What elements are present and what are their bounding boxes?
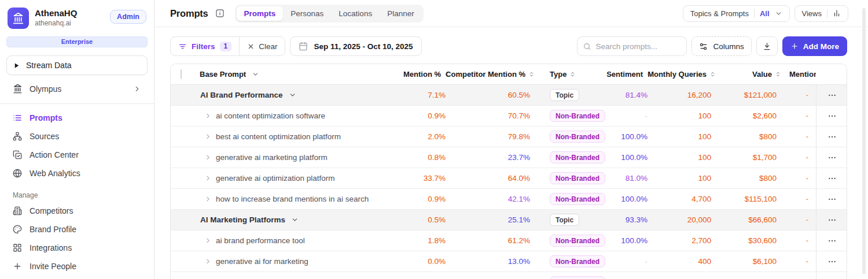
monthly-queries-value: 4,700 <box>657 195 720 203</box>
expand-row-icon[interactable] <box>200 174 216 182</box>
column-header-mention[interactable]: Mention % <box>403 70 441 79</box>
row-actions-button[interactable] <box>827 257 837 266</box>
button-divider <box>754 9 755 18</box>
column-header-value[interactable]: Value <box>752 70 772 79</box>
table-row[interactable]: generative ai optimization platform 33.7… <box>171 168 847 189</box>
sidebar-item-web-analytics[interactable]: Web Analytics <box>6 164 148 183</box>
table-row[interactable]: AI Brand Performance 7.1% 60.5% Topic 81… <box>171 85 847 106</box>
chevron-down-icon[interactable] <box>252 70 259 78</box>
list-icon <box>13 113 22 122</box>
prompt-name: AI Brand Performance <box>200 91 283 99</box>
table-row[interactable]: generative ai marketing platform 0.8% 23… <box>171 147 847 168</box>
row-actions-button[interactable] <box>827 91 837 100</box>
sidebar-item-action-center[interactable]: Action Center <box>6 146 148 164</box>
mentions-value: - <box>786 195 816 203</box>
tab-locations[interactable]: Locations <box>331 6 380 21</box>
sidebar-item-prompts[interactable]: Prompts <box>6 109 148 127</box>
column-header-type[interactable]: Type <box>550 70 567 79</box>
column-header-competitor-mention[interactable]: Competitor Mention % <box>446 70 525 79</box>
stream-data-button[interactable]: Stream Data <box>6 55 148 75</box>
palette-icon <box>13 225 22 234</box>
manage-section-label: Manage <box>13 191 148 199</box>
table-row[interactable]: how to improve brand visibility with ai … <box>171 272 847 279</box>
table-body: AI Brand Performance 7.1% 60.5% Topic 81… <box>171 85 847 279</box>
sidebar-item-label: Brand Profile <box>30 225 76 234</box>
columns-button[interactable]: Columns <box>692 36 751 56</box>
competitor-mention-percent-value: 79.8% <box>455 132 539 141</box>
vertical-scrollbar[interactable] <box>862 8 866 274</box>
clear-filters-button[interactable]: Clear <box>240 37 285 55</box>
info-icon[interactable] <box>215 9 225 18</box>
table-row[interactable]: ai brand performance tool 1.8% 61.2% Non… <box>171 230 847 251</box>
sort-icon[interactable] <box>709 71 716 77</box>
row-actions-button[interactable] <box>827 174 837 183</box>
column-header-base-prompt[interactable]: Base Prompt <box>200 70 246 79</box>
sidebar-item-olympus[interactable]: Olympus <box>6 79 148 98</box>
competitor-mention-percent-value: 42.1% <box>455 195 539 203</box>
sort-icon[interactable] <box>775 71 781 77</box>
table-row[interactable]: best ai content optimization platform 2.… <box>171 127 847 147</box>
plus-icon <box>790 42 799 50</box>
sort-icon[interactable] <box>569 71 576 77</box>
row-actions-button[interactable] <box>827 153 837 162</box>
row-actions-button[interactable] <box>827 195 837 204</box>
building-icon <box>13 206 22 215</box>
sidebar-item-label: Action Center <box>30 150 79 159</box>
search-icon <box>583 42 591 51</box>
expand-row-icon[interactable] <box>200 237 216 244</box>
column-header-mentions[interactable]: Mentions <box>789 70 816 79</box>
sort-icon[interactable] <box>528 71 535 77</box>
column-header-monthly-queries[interactable]: Monthly Queries <box>648 70 707 79</box>
select-all-checkbox[interactable] <box>181 69 182 79</box>
expand-row-icon[interactable] <box>200 258 216 265</box>
column-header-sentiment[interactable]: Sentiment <box>606 70 643 79</box>
topics-prompts-dropdown[interactable]: Topics & Prompts All <box>683 5 790 22</box>
type-badge: Non-Branded <box>550 110 605 122</box>
bar-chart-icon <box>833 9 841 17</box>
date-range-picker[interactable]: Sep 11, 2025 - Oct 10, 2025 <box>290 36 421 56</box>
expand-row-icon[interactable] <box>200 112 216 120</box>
expand-row-icon[interactable] <box>200 154 216 161</box>
search-input[interactable] <box>596 42 681 51</box>
type-badge: Non-Branded <box>550 255 605 267</box>
value-amount: $115,100 <box>720 195 786 203</box>
download-button[interactable] <box>756 36 778 56</box>
monthly-queries-value: 100 <box>657 111 720 120</box>
mention-percent-value: 0.9% <box>396 195 455 203</box>
mentions-value: - <box>786 216 816 224</box>
tab-planner[interactable]: Planner <box>380 6 422 21</box>
sidebar-item-competitors[interactable]: Competitors <box>6 202 148 220</box>
admin-badge[interactable]: Admin <box>110 10 146 24</box>
chevron-down-icon[interactable] <box>291 216 299 224</box>
row-actions-button[interactable] <box>827 236 837 245</box>
add-more-button[interactable]: Add More <box>782 36 847 56</box>
expand-row-icon[interactable] <box>200 195 216 203</box>
table-row[interactable]: how to increase brand mentions in ai sea… <box>171 189 847 210</box>
row-actions-button[interactable] <box>827 215 837 225</box>
sliders-icon <box>699 42 708 51</box>
plus-icon <box>13 262 22 271</box>
monthly-queries-value: 100 <box>657 174 720 183</box>
sidebar-item-brand-profile[interactable]: Brand Profile <box>6 220 148 239</box>
row-actions-button[interactable] <box>827 132 837 142</box>
views-button[interactable]: Views <box>795 5 848 22</box>
sentiment-value: 100.0% <box>602 195 657 203</box>
sentiment-value: 100.0% <box>602 153 657 162</box>
table-row[interactable]: generative ai for marketing 0.0% 13.0% N… <box>171 251 847 272</box>
date-range-value: Sep 11, 2025 - Oct 10, 2025 <box>314 42 413 51</box>
tab-personas[interactable]: Personas <box>283 6 331 21</box>
sidebar-item-invite-people[interactable]: Invite People <box>6 257 148 276</box>
sentiment-value: 93.3% <box>602 215 657 224</box>
sidebar-item-sources[interactable]: Sources <box>6 127 148 146</box>
row-actions-button[interactable] <box>827 111 837 121</box>
tab-prompts[interactable]: Prompts <box>237 6 284 21</box>
table-row[interactable]: ai content optimization software 0.9% 70… <box>171 106 847 127</box>
sidebar-item-integrations[interactable]: Integrations <box>6 239 148 257</box>
table-row[interactable]: AI Marketing Platforms 0.5% 25.1% Topic … <box>171 210 847 230</box>
download-icon <box>763 42 771 51</box>
monthly-queries-value: 20,000 <box>657 215 720 224</box>
expand-row-icon[interactable] <box>200 133 216 140</box>
filters-button[interactable]: Filters 1 <box>171 37 239 55</box>
clear-label: Clear <box>259 42 277 51</box>
chevron-down-icon[interactable] <box>289 91 296 99</box>
